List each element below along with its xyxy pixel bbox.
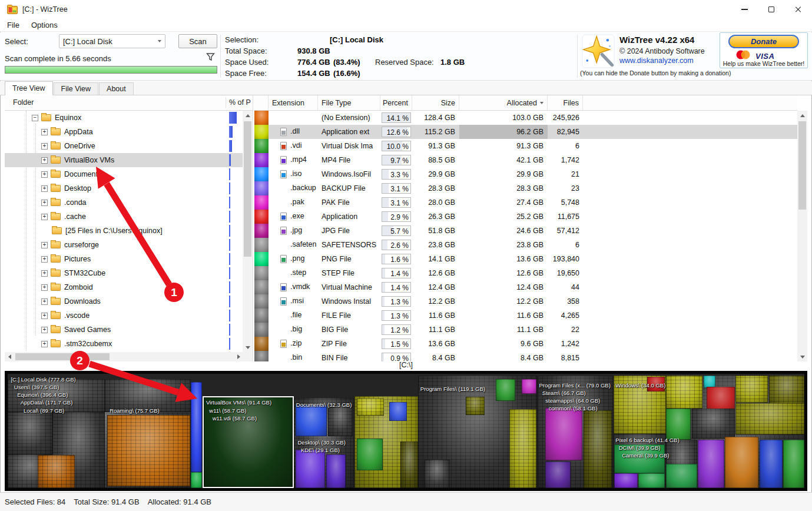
tree-row-curseforge[interactable]: +curseforge — [5, 238, 243, 252]
scroll-down-button[interactable] — [243, 343, 253, 352]
table-row[interactable]: .fileFILE File1.3 %11.6 GB11.6 GB4,265 — [254, 308, 797, 323]
treemap-block[interactable] — [666, 409, 691, 439]
tree-row-pictures[interactable]: +Pictures — [5, 252, 243, 266]
filter-icon[interactable] — [206, 52, 215, 64]
treemap-block[interactable] — [704, 376, 715, 388]
treemap-block[interactable] — [326, 454, 346, 488]
treemap-block[interactable] — [296, 405, 327, 436]
scroll-right-button[interactable] — [234, 352, 243, 361]
table-row[interactable]: .safetenSAFETENSORS2.6 %23.8 GB23.8 GB6 — [254, 238, 797, 252]
table-row[interactable]: .jpgJPG File5.7 %51.8 GB24.6 GB57,412 — [254, 224, 797, 238]
treemap-block[interactable] — [638, 473, 665, 488]
treemap-block[interactable] — [107, 415, 190, 486]
table-row[interactable]: .pakPAK File3.1 %28.0 GB27.4 GB5,748 — [254, 195, 797, 210]
column-separator[interactable] — [226, 97, 226, 108]
expand-icon[interactable]: + — [41, 298, 48, 305]
table-row[interactable]: .msiWindows Instal1.3 %12.2 GB12.2 GB358 — [254, 294, 797, 308]
treemap-block[interactable] — [509, 409, 536, 488]
treemap-block[interactable] — [38, 455, 74, 488]
treemap-block[interactable] — [8, 412, 52, 454]
treemap-block[interactable] — [584, 410, 611, 488]
website-link[interactable]: www.diskanalyzer.com — [619, 57, 694, 65]
treemap[interactable]: [C:] Local Disk (777.8 GB)Users\ (397.5 … — [5, 371, 807, 491]
treemap-block[interactable] — [783, 440, 804, 488]
table-row[interactable]: .bigBIG File1.2 %11.1 GB11.1 GB22 — [254, 323, 797, 337]
tab-about[interactable]: About — [99, 82, 134, 95]
scrollbar-thumb[interactable] — [798, 121, 806, 210]
table-row[interactable]: .zipZIP File1.5 %13.6 GB9.6 GB1,242 — [254, 337, 797, 351]
treemap-block[interactable] — [389, 402, 407, 422]
tree-row-appdata[interactable]: +AppData — [5, 125, 243, 139]
tab-file-view[interactable]: File View — [54, 82, 98, 95]
treemap-block[interactable] — [725, 437, 758, 488]
file-type-column-header[interactable]: File Type — [318, 95, 380, 110]
treemap-block[interactable] — [357, 399, 384, 416]
treemap-block[interactable] — [522, 379, 536, 394]
table-vertical-scrollbar[interactable] — [797, 111, 807, 361]
expand-icon[interactable]: + — [41, 143, 48, 150]
table-row[interactable]: .mp4MP4 File9.7 %88.5 GB42.1 GB1,742 — [254, 153, 797, 167]
tree-row-stm32cube[interactable]: +STM32Cube — [5, 266, 243, 280]
tree-row-onedrive[interactable]: +OneDrive — [5, 139, 243, 153]
tree-row--stm32cubemx[interactable]: +.stm32cubemx — [5, 337, 243, 351]
table-row[interactable]: .vdiVirtual Disk Ima10.0 %91.3 GB91.3 GB… — [254, 139, 797, 153]
tab-tree-view[interactable]: Tree View — [5, 81, 53, 95]
tree-row-documents[interactable]: +Documents — [5, 167, 243, 181]
scroll-down-button[interactable] — [797, 352, 807, 361]
expand-icon[interactable]: + — [41, 256, 48, 263]
treemap-block[interactable] — [296, 450, 325, 488]
treemap-block[interactable] — [666, 464, 697, 488]
scroll-up-button[interactable] — [797, 111, 807, 120]
table-row[interactable]: .binBIN File0.9 %8.4 GB8.4 GB8,815 — [254, 351, 797, 361]
treemap-block[interactable] — [545, 408, 583, 460]
files-column-header[interactable]: Files — [548, 95, 583, 110]
percent-column-header[interactable]: % of P — [229, 98, 251, 107]
size-column-header[interactable]: Size — [412, 95, 459, 110]
scroll-left-button[interactable] — [5, 352, 14, 361]
treemap-block[interactable] — [735, 376, 768, 403]
menu-item-file[interactable]: File — [1, 19, 25, 32]
scroll-up-button[interactable] — [243, 111, 253, 120]
expand-icon[interactable]: + — [41, 284, 48, 291]
tree-row-downloads[interactable]: +Downloads — [5, 294, 243, 308]
expand-icon[interactable]: + — [41, 313, 48, 319]
expand-icon[interactable]: + — [41, 242, 48, 248]
expand-icon[interactable]: + — [41, 200, 48, 206]
extension-column-header[interactable]: Extension — [269, 95, 318, 110]
expand-icon[interactable]: + — [41, 185, 48, 192]
table-row[interactable]: (No Extension)14.1 %128.4 GB103.0 GB245,… — [254, 111, 797, 125]
close-button[interactable] — [785, 0, 812, 19]
tree-vertical-scrollbar[interactable] — [243, 111, 253, 352]
table-row[interactable]: .backupBACKUP File3.1 %28.3 GB28.3 GB23 — [254, 181, 797, 195]
maximize-button[interactable] — [758, 0, 785, 19]
treemap-block[interactable] — [698, 440, 724, 488]
table-row[interactable]: .dllApplication ext12.6 %115.2 GB96.2 GB… — [254, 125, 797, 139]
expand-icon[interactable]: + — [41, 270, 48, 277]
treemap-block[interactable] — [357, 439, 383, 470]
tree-row--cache[interactable]: +.cache — [5, 210, 243, 224]
treemap-block[interactable] — [769, 376, 804, 405]
minimize-button[interactable] — [731, 0, 758, 19]
table-row[interactable]: .isoWindows.IsoFil3.3 %29.9 GB29.9 GB21 — [254, 167, 797, 181]
collapse-icon[interactable]: − — [32, 115, 38, 121]
folder-column-header[interactable]: Folder — [13, 98, 34, 107]
expand-icon[interactable]: + — [41, 129, 48, 135]
tree-row--vscode[interactable]: +.vscode — [5, 308, 243, 323]
scan-button[interactable]: Scan — [178, 34, 217, 48]
treemap-block[interactable] — [614, 473, 637, 488]
expand-icon[interactable]: + — [41, 214, 48, 220]
table-row[interactable]: .pngPNG File1.6 %14.1 GB13.6 GB193,840 — [254, 252, 797, 266]
treemap-block[interactable] — [496, 379, 515, 401]
allocated-column-header[interactable]: Allocated — [459, 95, 548, 110]
tree-row-desktop[interactable]: +Desktop — [5, 181, 243, 195]
color-column-header[interactable] — [254, 95, 269, 110]
tree-row-equinox[interactable]: −Equinox — [5, 111, 243, 125]
treemap-block[interactable] — [735, 403, 804, 434]
treemap-block[interactable] — [760, 440, 783, 488]
donate-button[interactable]: Donate — [728, 35, 799, 48]
table-row[interactable]: .vmdkVirtual Machine1.4 %12.4 GB12.4 GB4… — [254, 280, 797, 294]
expand-icon[interactable]: + — [41, 341, 48, 347]
tree-row-zomboid[interactable]: +Zomboid — [5, 280, 243, 294]
treemap-block[interactable] — [191, 382, 203, 472]
treemap-block[interactable] — [666, 376, 702, 409]
